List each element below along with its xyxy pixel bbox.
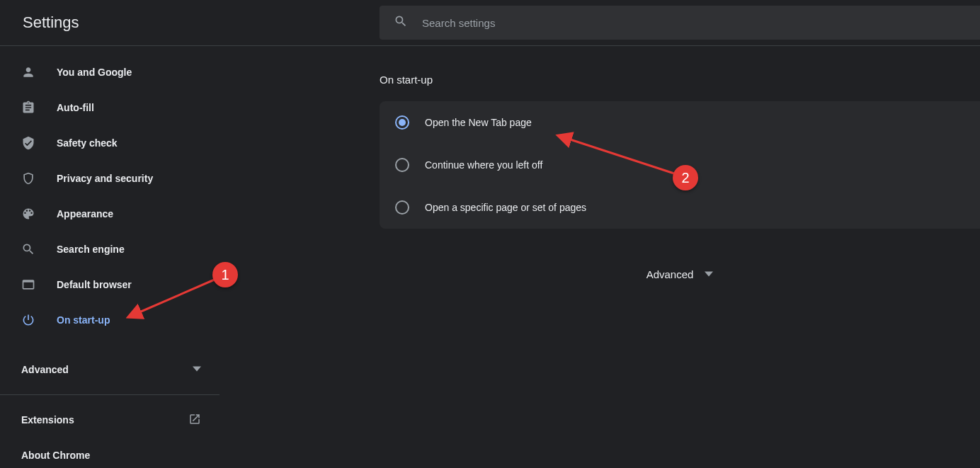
main-content: On start-up Open the New Tab page Contin…: [380, 45, 980, 468]
sidebar-item-label: Auto-fill: [57, 102, 94, 113]
sidebar-item-appearance[interactable]: Appearance: [0, 196, 220, 232]
power-icon: [21, 313, 35, 327]
main-advanced-toggle[interactable]: Advanced: [380, 268, 980, 280]
shield-check-icon: [21, 136, 35, 150]
sidebar-divider: [0, 394, 220, 395]
palette-icon: [21, 207, 35, 221]
startup-options-card: Open the New Tab page Continue where you…: [380, 101, 980, 229]
sidebar-item-safety-check[interactable]: Safety check: [0, 125, 220, 161]
sidebar-item-label: About Chrome: [21, 450, 90, 461]
radio-indicator: [395, 158, 409, 172]
person-icon: [21, 65, 35, 79]
option-specific-pages[interactable]: Open a specific page or set of pages: [380, 186, 980, 229]
sidebar-item-search-engine[interactable]: Search engine: [0, 232, 220, 267]
option-label: Open the New Tab page: [425, 117, 532, 128]
sidebar-advanced-label: Advanced: [21, 364, 69, 375]
radio-indicator: [395, 115, 409, 130]
sidebar-item-label: Extensions: [21, 414, 74, 426]
external-link-icon: [188, 413, 201, 428]
sidebar: You and Google Auto-fill Safety check Pr…: [0, 45, 220, 468]
page-title: Settings: [23, 13, 79, 32]
sidebar-item-label: Appearance: [57, 208, 113, 219]
sidebar-item-autofill[interactable]: Auto-fill: [0, 90, 220, 125]
option-label: Open a specific page or set of pages: [425, 202, 586, 213]
chevron-down-icon: [193, 364, 201, 375]
section-title: On start-up: [380, 74, 980, 86]
sidebar-item-you-and-google[interactable]: You and Google: [0, 55, 220, 90]
sidebar-item-label: Safety check: [57, 137, 118, 149]
sidebar-item-default-browser[interactable]: Default browser: [0, 267, 220, 302]
header: Settings: [0, 0, 980, 45]
sidebar-advanced-toggle[interactable]: Advanced: [0, 352, 220, 387]
sidebar-item-label: On start-up: [57, 314, 110, 326]
browser-icon: [21, 278, 35, 292]
search-box[interactable]: [380, 6, 980, 40]
sidebar-item-label: Privacy and security: [57, 173, 153, 184]
shield-icon: [21, 171, 35, 186]
sidebar-item-label: Default browser: [57, 279, 132, 290]
sidebar-item-about[interactable]: About Chrome: [0, 438, 220, 468]
option-label: Continue where you left off: [425, 159, 542, 171]
sidebar-item-label: Search engine: [57, 244, 125, 255]
radio-indicator: [395, 200, 409, 215]
sidebar-item-privacy[interactable]: Privacy and security: [0, 161, 220, 196]
option-new-tab[interactable]: Open the New Tab page: [380, 101, 980, 144]
search-input[interactable]: [421, 5, 980, 40]
clipboard-icon: [21, 101, 35, 115]
sidebar-item-extensions[interactable]: Extensions: [0, 402, 220, 438]
sidebar-item-on-startup[interactable]: On start-up: [0, 302, 220, 338]
option-continue[interactable]: Continue where you left off: [380, 144, 980, 186]
sidebar-item-label: You and Google: [57, 67, 132, 78]
main-advanced-label: Advanced: [646, 268, 694, 280]
chevron-down-icon: [705, 268, 713, 280]
search-icon: [21, 242, 35, 256]
search-icon: [394, 14, 408, 31]
